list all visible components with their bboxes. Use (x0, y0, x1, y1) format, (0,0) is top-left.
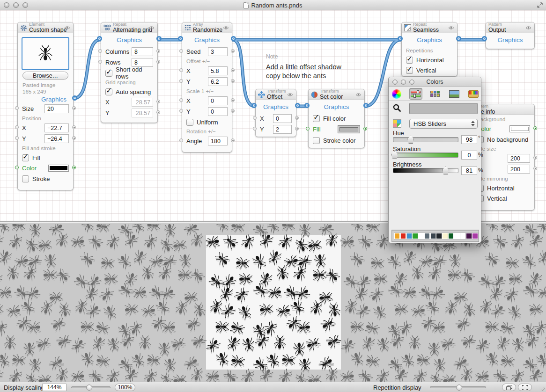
image-palettes-tab[interactable] (448, 88, 461, 100)
fill-color-swatch[interactable] (48, 165, 69, 172)
background-color-swatch[interactable] (509, 125, 530, 132)
output-port[interactable] (295, 116, 299, 120)
columns-field[interactable]: 8 (132, 47, 153, 56)
input-port[interactable] (98, 49, 102, 53)
node-header[interactable]: Repeat Alternating grid (101, 22, 157, 33)
graphics-output-port[interactable] (72, 95, 77, 101)
input-port[interactable] (179, 98, 183, 102)
saturation-slider[interactable] (393, 152, 458, 158)
color-swatch[interactable] (448, 233, 454, 239)
slider-mode-dropdown[interactable]: HSB Sliders (409, 119, 478, 129)
tile-x-field[interactable]: 200 (508, 154, 530, 163)
brightness-slider-thumb[interactable] (443, 167, 449, 174)
offset-x-field[interactable]: 5.8 (208, 66, 228, 75)
shape-preview[interactable] (22, 37, 69, 70)
hue-slider[interactable] (393, 137, 458, 142)
vertical-checkbox[interactable]: ✓ (406, 67, 413, 74)
visibility-eye-icon[interactable] (64, 26, 70, 30)
output-port[interactable] (533, 167, 537, 170)
color-swatch[interactable] (394, 233, 400, 239)
visibility-eye-icon[interactable] (355, 93, 362, 97)
graphics-input-port[interactable] (482, 36, 487, 41)
graphics-output-port[interactable] (295, 103, 300, 108)
node-header[interactable]: Transform Offset (256, 89, 296, 100)
input-port[interactable] (253, 127, 257, 131)
output-port[interactable] (231, 138, 235, 142)
output-port[interactable] (156, 100, 160, 103)
horizontal-checkbox[interactable]: ✓ (406, 57, 413, 64)
minimize-panel-button[interactable] (401, 80, 406, 85)
output-port[interactable] (156, 60, 160, 64)
output-port[interactable] (72, 106, 76, 110)
color-swatch[interactable] (442, 233, 448, 239)
color-palettes-tab[interactable] (428, 88, 442, 100)
saturation-value-field[interactable]: 0 (461, 151, 477, 160)
panel-resize-dimple[interactable] (433, 241, 437, 242)
color-loupe-icon[interactable] (393, 104, 401, 112)
graphics-input-port[interactable] (178, 36, 183, 41)
short-odd-rows-checkbox[interactable]: ✓ (105, 70, 112, 77)
input-port[interactable] (306, 127, 310, 131)
pattern-preview[interactable] (0, 224, 546, 382)
node-seamless[interactable]: Repeat Seamless Graphics Repetitions ✓ H… (401, 22, 457, 77)
input-port[interactable] (15, 125, 19, 129)
input-port[interactable] (179, 49, 183, 53)
output-port[interactable] (231, 68, 235, 72)
display-scaling-field[interactable]: 144% (42, 384, 66, 391)
color-swatch[interactable] (418, 233, 424, 239)
color-sliders-tab[interactable] (409, 88, 422, 100)
graphics-output-port[interactable] (231, 36, 236, 41)
color-swatch[interactable] (472, 233, 478, 239)
fullscreen-preview-button[interactable] (518, 384, 532, 391)
output-port[interactable] (156, 49, 160, 53)
fill-color-checkbox[interactable]: ✓ (313, 115, 320, 122)
output-port[interactable] (231, 98, 235, 102)
visibility-eye-icon[interactable] (223, 26, 229, 30)
input-port[interactable] (15, 136, 19, 140)
canvas-note[interactable]: Note Add a little offset shadow copy bel… (266, 53, 341, 80)
output-port[interactable] (156, 110, 160, 114)
browse-button[interactable]: Browse… (22, 72, 68, 80)
zoom-reset-button[interactable]: 100% (115, 384, 135, 391)
crayons-tab[interactable] (467, 88, 480, 100)
color-space-icon[interactable] (393, 119, 401, 128)
graphics-output-port[interactable] (156, 36, 162, 41)
auto-spacing-checkbox[interactable]: ✓ (105, 88, 112, 95)
graphics-output-port[interactable] (456, 36, 461, 41)
visibility-eye-icon[interactable] (448, 26, 454, 30)
input-port[interactable] (253, 116, 257, 120)
input-port[interactable] (179, 68, 183, 72)
offset-y-field[interactable]: 6.2 (208, 77, 228, 86)
repetition-toggle-button[interactable] (502, 384, 516, 391)
fill-checkbox[interactable]: ✓ (22, 154, 29, 161)
zoom-panel-button[interactable] (409, 80, 414, 85)
output-port[interactable] (533, 156, 537, 160)
fullscreen-icon[interactable] (537, 2, 543, 8)
hue-slider-thumb[interactable] (407, 136, 414, 144)
swatch-strip[interactable] (391, 230, 479, 242)
node-randomize[interactable]: Array Randomize Graphics Seed 3 Offset +… (182, 22, 232, 152)
repetition-display-slider[interactable] (430, 386, 486, 388)
close-panel-button[interactable] (392, 80, 398, 85)
title-bar[interactable]: Random ants.pnds (0, 0, 546, 10)
node-header[interactable]: Pattern Output (486, 22, 534, 33)
y-field[interactable]: −26.4 (44, 134, 69, 143)
stroke-color-checkbox[interactable]: ✓ (313, 137, 320, 144)
output-port[interactable] (72, 136, 76, 140)
scale-x-field[interactable]: 0 (208, 96, 228, 105)
saturation-slider-thumb[interactable] (391, 151, 398, 159)
node-header[interactable]: Transform Set color (309, 89, 364, 100)
color-swatch[interactable] (454, 233, 460, 239)
resize-grip[interactable] (540, 386, 545, 391)
display-scaling-thumb[interactable] (86, 385, 92, 391)
output-port[interactable] (231, 109, 235, 113)
repetition-display-thumb[interactable] (456, 385, 462, 391)
node-header[interactable]: Array Randomize (182, 22, 232, 33)
input-port[interactable] (15, 166, 19, 169)
color-swatch[interactable] (430, 233, 436, 239)
output-port[interactable] (72, 125, 76, 129)
color-swatch[interactable] (412, 233, 418, 239)
colors-panel-titlebar[interactable]: Colors (389, 77, 481, 87)
color-swatch[interactable] (406, 233, 412, 239)
tile-y-field[interactable]: 200 (508, 165, 530, 174)
